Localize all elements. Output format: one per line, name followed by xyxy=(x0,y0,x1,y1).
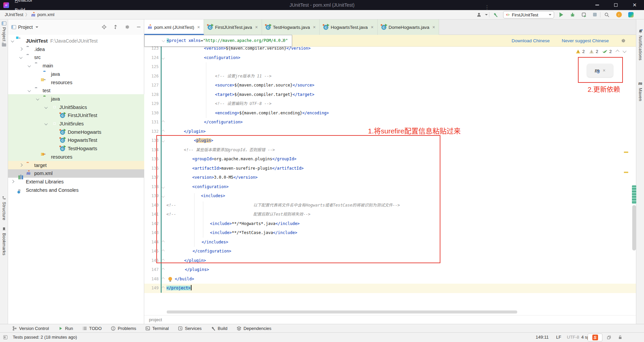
sticky-line[interactable]: 2 <project xmlns="http://maven.apache.or… xyxy=(144,35,292,47)
tool-window-switcher-icon[interactable] xyxy=(3,335,7,339)
project-panel-title[interactable]: Project xyxy=(18,24,33,30)
build-project-button[interactable] xyxy=(491,10,500,19)
sidebar-item-maven[interactable]: m Maven xyxy=(636,80,644,101)
tree-row[interactable]: src xyxy=(8,53,144,62)
next-problem-button[interactable] xyxy=(623,49,626,53)
tree-row[interactable]: main xyxy=(8,62,144,70)
maximize-button[interactable] xyxy=(606,0,625,10)
sidebar-item-bookmarks[interactable]: Bookmarks xyxy=(0,227,8,255)
line-number[interactable]: 131 xyxy=(144,118,159,127)
fold-marker-icon[interactable] xyxy=(162,287,165,290)
debug-button[interactable] xyxy=(568,10,577,19)
close-tab-icon[interactable]: × xyxy=(371,24,373,30)
hide-panel-button[interactable] xyxy=(136,24,141,30)
tree-row[interactable]: »Scratches and Consoles xyxy=(8,186,144,194)
close-button[interactable]: ✕ xyxy=(625,0,644,10)
tab-domehogwarts-java[interactable]: CDomeHogwarts.java× xyxy=(378,19,439,35)
stop-button[interactable] xyxy=(590,10,599,19)
tree-row[interactable]: target xyxy=(8,161,144,170)
line-number[interactable]: 147 xyxy=(144,265,159,275)
sidebar-item-structure[interactable]: Structure xyxy=(0,195,8,220)
fold-marker-icon[interactable] xyxy=(162,268,165,271)
fold-marker-icon[interactable] xyxy=(162,121,165,124)
lock-icon[interactable] xyxy=(618,335,623,340)
line-number[interactable]: 128 xyxy=(144,90,159,100)
line-number[interactable]: 130 xyxy=(144,109,159,118)
tab-hogwartstest-java[interactable]: CHogwartsTest.java× xyxy=(320,19,377,35)
line-number[interactable]: 124 xyxy=(144,53,159,63)
tree-row[interactable]: resources xyxy=(8,78,144,87)
line-number[interactable]: 148 xyxy=(144,275,159,284)
breadcrumb-project[interactable]: JUnitTest xyxy=(5,12,23,17)
restore-icon[interactable] xyxy=(606,335,611,340)
menu-item-refactor[interactable]: Refactor xyxy=(12,0,36,5)
sidebar-item-notifications[interactable]: Notifications xyxy=(636,29,644,61)
toolwindow-button-version-control[interactable]: Version Control xyxy=(12,326,49,331)
tree-row[interactable]: java xyxy=(8,70,144,78)
line-number[interactable]: 127 xyxy=(144,81,159,90)
toolwindow-button-dependencies[interactable]: Dependencies xyxy=(236,326,271,331)
run-with-coverage-button[interactable] xyxy=(580,10,588,19)
tree-row[interactable]: mpom.xml xyxy=(8,169,144,178)
intention-bulb-icon[interactable] xyxy=(168,277,172,281)
line-number[interactable]: 149 xyxy=(144,284,159,293)
never-suggest-link[interactable]: Never suggest Chinese xyxy=(562,38,609,43)
tree-row[interactable]: resources xyxy=(8,153,144,161)
toolwindow-button-run[interactable]: Run xyxy=(58,326,73,331)
toolwindow-button-terminal[interactable]: Terminal xyxy=(145,326,169,331)
run-button[interactable] xyxy=(557,10,566,19)
toolwindow-button-build[interactable]: Build xyxy=(211,326,227,331)
user-dropdown-caret-icon[interactable] xyxy=(483,10,488,19)
horizontal-scrollbar[interactable] xyxy=(167,310,517,314)
tab-firstjunittest-java[interactable]: CFirstJUnitTest.java× xyxy=(204,19,262,35)
minimize-button[interactable] xyxy=(588,0,606,10)
line-number[interactable]: 126 xyxy=(144,72,159,81)
fold-marker-icon[interactable] xyxy=(162,130,165,133)
close-tab-icon[interactable]: × xyxy=(313,24,316,30)
caret-position[interactable]: 149:11 xyxy=(536,333,549,342)
file-encoding[interactable]: UTF-8 xyxy=(567,333,579,342)
close-tab-icon[interactable]: × xyxy=(255,24,258,30)
tab-testhogwarts-java[interactable]: CTestHogwarts.java× xyxy=(262,19,320,35)
vertical-scrollbar[interactable] xyxy=(632,205,636,250)
tree-row[interactable]: JUnit5basics xyxy=(8,103,144,112)
user-account-button[interactable] xyxy=(475,10,483,19)
line-number[interactable]: 132 xyxy=(144,127,159,136)
tree-row[interactable]: JUnitTestF:\JavaCode\JUnitTest xyxy=(8,37,144,45)
tree-row[interactable]: test xyxy=(8,87,144,95)
more-tabs-icon[interactable]: ⋮ xyxy=(484,4,490,10)
download-chinese-link[interactable]: Download Chinese xyxy=(512,38,549,43)
toolwindow-button-services[interactable]: Services xyxy=(178,326,202,331)
chevron-down-icon[interactable] xyxy=(36,26,38,28)
update-project-button[interactable]: ↑ xyxy=(614,10,623,19)
panel-settings-button[interactable] xyxy=(125,24,130,30)
run-configuration-select[interactable]: FirstJUnitTest xyxy=(503,11,554,18)
tree-row[interactable]: CHogwartsTest xyxy=(8,136,144,145)
tree-row[interactable]: CFirstJUnitTest xyxy=(8,111,144,120)
tree-row[interactable]: CDomeHogwarts xyxy=(8,128,144,136)
tree-row[interactable]: External Libraries xyxy=(8,178,144,186)
tests-status[interactable]: Tests passed: 2 (18 minutes ago) xyxy=(13,333,77,342)
close-tab-icon[interactable]: × xyxy=(432,24,435,30)
tree-row[interactable]: java xyxy=(8,95,144,103)
line-ending[interactable]: LF xyxy=(556,333,561,342)
toolwindow-button-todo[interactable]: TODO xyxy=(82,326,102,331)
fold-marker-icon[interactable] xyxy=(162,277,165,280)
fold-marker-icon[interactable] xyxy=(162,56,165,59)
toolwindow-button-problems[interactable]: Problems xyxy=(111,326,136,331)
breadcrumb-file[interactable]: pom.xml xyxy=(37,12,54,17)
ide-features-button[interactable] xyxy=(627,10,635,19)
collapse-all-button[interactable] xyxy=(113,24,118,30)
previous-problem-button[interactable] xyxy=(615,50,619,53)
ime-indicator[interactable]: S xyxy=(588,334,602,341)
tree-row[interactable]: CTestHogwarts xyxy=(8,145,144,153)
tree-row[interactable]: .idea xyxy=(8,45,144,54)
tab-pom-xml-junittest-[interactable]: mpom.xml (JUnitTest)× xyxy=(144,19,204,35)
locate-file-button[interactable] xyxy=(102,24,107,30)
line-number[interactable]: 125 xyxy=(144,62,159,72)
line-number[interactable]: 129 xyxy=(144,99,159,109)
tree-row[interactable]: JUnit5rules xyxy=(8,120,144,128)
gear-icon[interactable] xyxy=(621,38,626,43)
sidebar-item-project[interactable]: Project xyxy=(0,21,8,47)
close-tab-icon[interactable]: × xyxy=(197,24,200,30)
